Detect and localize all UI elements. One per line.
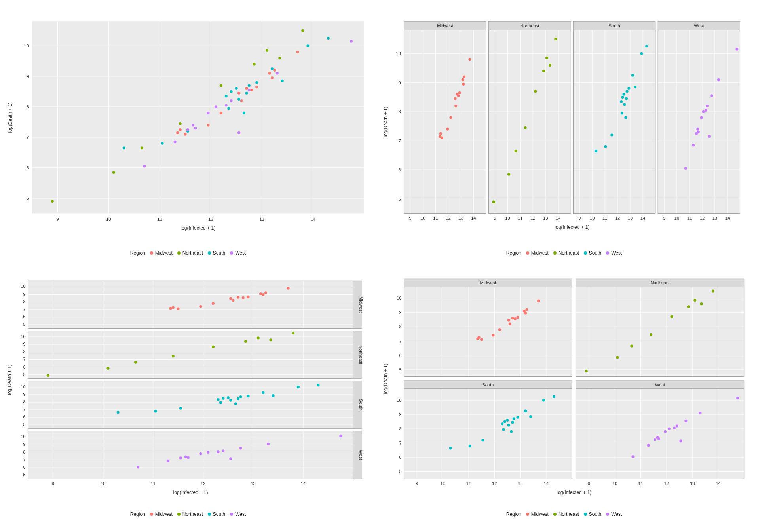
data-point bbox=[187, 456, 190, 459]
data-point bbox=[257, 336, 260, 339]
svg-text:10: 10 bbox=[21, 334, 25, 339]
legend-dot-icon bbox=[606, 513, 609, 516]
legend-item-midwest: Midwest bbox=[150, 511, 173, 517]
data-point bbox=[169, 307, 172, 310]
svg-text:6: 6 bbox=[23, 314, 25, 319]
legend-label: South bbox=[213, 511, 225, 517]
data-point bbox=[626, 90, 629, 93]
data-point bbox=[253, 63, 256, 65]
facet-strip: West bbox=[655, 382, 665, 387]
svg-text:11: 11 bbox=[638, 481, 643, 486]
legend-label: Northeast bbox=[559, 511, 579, 517]
svg-text:8: 8 bbox=[23, 349, 25, 354]
svg-text:8: 8 bbox=[399, 426, 401, 431]
data-point bbox=[699, 412, 701, 414]
svg-text:6: 6 bbox=[26, 165, 28, 170]
legend-dot-icon bbox=[177, 251, 180, 255]
svg-text:10: 10 bbox=[21, 384, 25, 389]
svg-text:10: 10 bbox=[397, 398, 401, 403]
data-point bbox=[281, 80, 284, 82]
data-point bbox=[509, 323, 511, 325]
svg-text:6: 6 bbox=[399, 455, 401, 460]
legend-label: South bbox=[213, 250, 225, 256]
legend-item-west: West bbox=[230, 511, 246, 517]
legend-item-midwest: Midwest bbox=[526, 511, 549, 517]
data-point bbox=[492, 334, 494, 336]
svg-text:8: 8 bbox=[398, 109, 401, 114]
data-point bbox=[517, 316, 519, 319]
svg-text:5: 5 bbox=[398, 197, 401, 201]
svg-text:6: 6 bbox=[398, 167, 401, 172]
data-point bbox=[449, 446, 452, 449]
data-point bbox=[692, 144, 695, 146]
svg-text:6: 6 bbox=[23, 414, 25, 419]
svg-text:8: 8 bbox=[23, 299, 25, 304]
data-point bbox=[624, 116, 627, 119]
legend-label: Northeast bbox=[182, 250, 203, 256]
svg-text:7: 7 bbox=[23, 307, 25, 312]
svg-text:10: 10 bbox=[612, 481, 617, 486]
data-point bbox=[217, 398, 220, 401]
svg-text:10: 10 bbox=[397, 296, 401, 300]
legend-title: Region bbox=[130, 511, 145, 517]
data-point bbox=[507, 173, 510, 176]
legend-label: West bbox=[611, 250, 622, 256]
data-point bbox=[271, 67, 274, 70]
svg-text:6: 6 bbox=[23, 465, 25, 469]
svg-text:12: 12 bbox=[201, 481, 205, 486]
legend-facet-wrap: RegionMidwestNortheastSouthWest bbox=[380, 508, 748, 519]
svg-text:10: 10 bbox=[396, 51, 401, 56]
data-point bbox=[463, 75, 466, 78]
legend-dot-icon bbox=[584, 251, 587, 255]
data-point bbox=[141, 146, 143, 149]
data-point bbox=[511, 317, 514, 319]
data-point bbox=[186, 128, 189, 131]
data-point bbox=[511, 421, 514, 424]
svg-text:13: 13 bbox=[259, 217, 264, 222]
legend-label: Midwest bbox=[531, 250, 549, 256]
data-point bbox=[736, 397, 739, 399]
svg-rect-206 bbox=[404, 287, 572, 376]
data-point bbox=[679, 439, 682, 442]
legend-label: Midwest bbox=[155, 250, 173, 256]
data-point bbox=[542, 399, 545, 401]
data-point bbox=[705, 109, 707, 112]
data-point bbox=[676, 424, 678, 427]
x-axis-title: log(Infected + 1) bbox=[173, 490, 208, 495]
svg-text:11: 11 bbox=[433, 216, 438, 220]
svg-text:9: 9 bbox=[52, 481, 54, 486]
svg-text:12: 12 bbox=[208, 217, 213, 222]
legend-dot-icon bbox=[150, 251, 153, 255]
legend-label: Midwest bbox=[531, 511, 549, 517]
data-point bbox=[179, 128, 182, 131]
svg-text:11: 11 bbox=[466, 481, 471, 486]
legend-label: South bbox=[589, 511, 601, 517]
data-point bbox=[306, 44, 309, 47]
svg-text:6: 6 bbox=[23, 365, 25, 369]
data-point bbox=[514, 317, 517, 320]
svg-text:9: 9 bbox=[23, 292, 25, 296]
data-point bbox=[657, 437, 660, 440]
data-point bbox=[700, 302, 703, 305]
x-axis-title: log(Infected + 1) bbox=[557, 490, 591, 495]
data-point bbox=[506, 419, 509, 422]
data-point bbox=[117, 411, 120, 414]
data-point bbox=[225, 95, 228, 97]
svg-text:8: 8 bbox=[23, 399, 25, 404]
facet-strip: West bbox=[359, 450, 363, 460]
data-point bbox=[529, 415, 532, 418]
facet-strip: West bbox=[694, 23, 704, 28]
facet-strip: South bbox=[609, 23, 620, 28]
legend-item-northeast: Northeast bbox=[553, 511, 579, 517]
legend-dot-icon bbox=[526, 513, 529, 516]
svg-text:9: 9 bbox=[23, 392, 25, 397]
svg-text:13: 13 bbox=[543, 216, 548, 220]
legend-label: Midwest bbox=[155, 511, 173, 517]
svg-text:9: 9 bbox=[578, 216, 581, 220]
svg-text:10: 10 bbox=[505, 216, 510, 220]
svg-text:9: 9 bbox=[26, 74, 28, 79]
data-point bbox=[143, 165, 146, 167]
data-point bbox=[668, 428, 671, 430]
data-point bbox=[469, 445, 471, 447]
facet-strip: Midwest bbox=[437, 23, 453, 28]
